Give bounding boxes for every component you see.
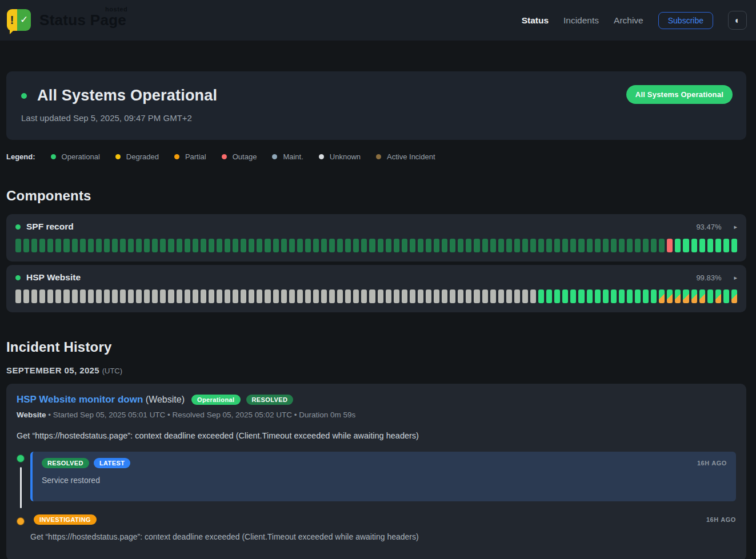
uptime-bar xyxy=(265,239,270,252)
uptime-bar xyxy=(635,239,641,252)
uptime-bar xyxy=(47,289,53,303)
uptime-bar xyxy=(611,239,617,252)
uptime-bar xyxy=(683,239,689,252)
update-message: Get “https://hostedstatus.page”: context… xyxy=(30,532,736,541)
uptime-bar xyxy=(329,239,335,252)
uptime-bar xyxy=(635,289,641,303)
uptime-bar xyxy=(699,239,705,252)
legend-dot xyxy=(222,154,227,159)
incident-date-heading: SEPTEMBER 05, 2025 (UTC) xyxy=(6,365,746,375)
uptime-bar xyxy=(31,239,37,252)
uptime-bar xyxy=(39,289,45,303)
uptime-bar xyxy=(112,239,118,252)
uptime-bar xyxy=(225,239,230,252)
incident-history-heading: Incident History xyxy=(6,339,746,355)
uptime-bar xyxy=(72,289,78,303)
uptime-bar xyxy=(55,289,61,303)
legend-dot xyxy=(115,154,121,159)
uptime-bar xyxy=(96,239,102,252)
uptime-bar xyxy=(691,289,697,303)
nav-item-incidents[interactable]: Incidents xyxy=(563,15,599,26)
uptime-bar xyxy=(458,289,463,303)
uptime-bar xyxy=(498,239,504,252)
uptime-bar xyxy=(394,239,399,252)
expand-arrow-icon[interactable]: ▸ xyxy=(734,223,737,231)
uptime-bar xyxy=(193,289,198,303)
uptime-bar xyxy=(47,239,53,252)
uptime-bar xyxy=(289,289,295,303)
uptime-bar xyxy=(63,239,69,252)
uptime-bar xyxy=(160,289,166,303)
uptime-bar xyxy=(619,239,625,252)
legend-dot xyxy=(51,154,56,159)
uptime-bar xyxy=(418,289,423,303)
uptime-bar xyxy=(458,239,463,252)
update-status-pills: INVESTIGATING xyxy=(34,514,97,525)
logo-bubble-tail xyxy=(10,28,16,34)
uptime-bar xyxy=(731,289,737,303)
component-card: HSP Website 99.83% ▸ xyxy=(6,265,746,312)
uptime-bar xyxy=(546,289,552,303)
nav-item-status[interactable]: Status xyxy=(522,15,549,26)
uptime-bar xyxy=(120,239,126,252)
uptime-bar xyxy=(273,289,279,303)
uptime-bar xyxy=(394,289,399,303)
uptime-bar xyxy=(434,239,439,252)
uptime-bar xyxy=(209,289,214,303)
update-status-pills: RESOLVEDLATEST xyxy=(42,458,130,468)
uptime-bar xyxy=(426,289,431,303)
uptime-bar xyxy=(450,289,455,303)
uptime-bar xyxy=(233,239,238,252)
legend-item-label: Unknown xyxy=(330,152,361,161)
update-time-ago: 16H AGO xyxy=(706,516,736,523)
component-status-dot xyxy=(15,224,21,230)
uptime-bar xyxy=(177,289,182,303)
uptime-bar xyxy=(723,289,729,303)
theme-toggle-button[interactable]: ◐ xyxy=(728,11,747,30)
uptime-bar xyxy=(627,239,633,252)
uptime-bar xyxy=(104,239,110,252)
update-status-dot xyxy=(17,455,25,463)
uptime-bar xyxy=(185,239,190,252)
uptime-bar xyxy=(39,239,45,252)
uptime-bar xyxy=(466,289,471,303)
uptime-bar xyxy=(619,289,625,303)
overall-status-dot xyxy=(21,93,27,99)
uptime-bar xyxy=(498,289,504,303)
uptime-bar xyxy=(337,239,343,252)
uptime-bar xyxy=(554,239,560,252)
uptime-bar xyxy=(152,289,158,303)
brand-logo[interactable]: ! ✓ Status Page hosted xyxy=(7,7,126,34)
uptime-bar xyxy=(562,239,568,252)
incident-description: Get “https://hostedstatus.page”: context… xyxy=(17,431,736,440)
uptime-bar xyxy=(289,239,295,252)
nav-item-archive[interactable]: Archive xyxy=(614,15,643,26)
brand-superscript: hosted xyxy=(105,6,127,13)
component-uptime-percent: 99.83% xyxy=(696,274,721,282)
uptime-bar xyxy=(225,289,230,303)
uptime-bar xyxy=(249,239,254,252)
legend-item-label: Active Incident xyxy=(387,152,435,161)
uptime-bar xyxy=(627,289,633,303)
expand-arrow-icon[interactable]: ▸ xyxy=(734,274,737,281)
uptime-bar xyxy=(490,289,496,303)
overall-status-card: All Systems Operational Last updated Sep… xyxy=(6,71,746,140)
components-list: SPF record 93.47% ▸ HSP Website 99.83% ▸ xyxy=(6,214,746,312)
uptime-bar xyxy=(643,239,649,252)
uptime-bar xyxy=(378,239,383,252)
legend-label: Legend: xyxy=(6,152,35,161)
uptime-bar xyxy=(546,239,552,252)
uptime-bar xyxy=(241,289,246,303)
incident-update: INVESTIGATING 16H AGO Get “https://hoste… xyxy=(17,514,736,549)
subscribe-button[interactable]: Subscribe xyxy=(658,12,713,29)
incident-title-link[interactable]: HSP Website monitor down xyxy=(17,394,143,405)
legend-item: Unknown xyxy=(319,152,361,161)
uptime-bar xyxy=(450,239,455,252)
uptime-bar xyxy=(337,289,343,303)
uptime-bar xyxy=(273,239,279,252)
uptime-bar xyxy=(329,289,335,303)
uptime-bars xyxy=(15,289,737,303)
uptime-bar xyxy=(530,239,536,252)
uptime-bar xyxy=(136,289,142,303)
uptime-bar xyxy=(249,289,254,303)
